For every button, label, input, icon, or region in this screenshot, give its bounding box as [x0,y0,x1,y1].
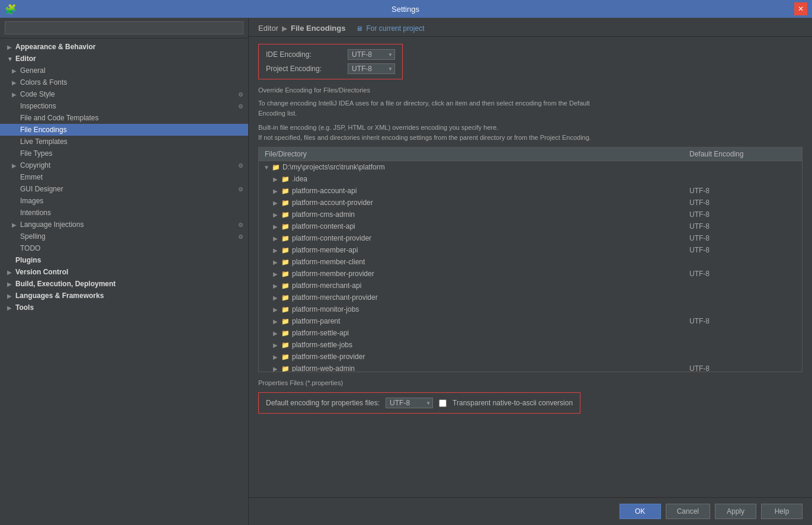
sidebar-item-label: General [20,66,46,75]
arrow-icon: ▶ [12,222,18,228]
project-encoding-label: Project Encoding: [266,65,343,73]
table-row[interactable]: ▶📁platform-monitor-jobs [259,303,802,315]
row-arrow-icon: ▶ [273,188,279,194]
sidebar-item-images[interactable]: Images [0,195,248,207]
table-row[interactable]: ▶📁platform-account-providerUTF-8 [259,197,802,209]
table-row[interactable]: ▶📁platform-member-providerUTF-8 [259,268,802,280]
sidebar-item-inspections[interactable]: Inspections⚙ [0,100,248,112]
sidebar-item-label: File Types [20,149,52,158]
project-encoding-select[interactable]: UTF-8 [348,63,395,74]
file-name-label: platform-member-client [292,258,365,266]
sidebar-item-label: Inspections [20,102,56,110]
row-arrow-icon: ▶ [273,318,279,325]
table-row[interactable]: ▶📁platform-member-client [259,256,802,268]
row-arrow-icon: ▶ [273,366,279,372]
table-row[interactable]: ▶📁platform-merchant-provider [259,292,802,303]
transparent-checkbox[interactable] [439,399,447,407]
sidebar-item-lang-injections[interactable]: ▶Language Injections⚙ [0,219,248,231]
table-row[interactable]: ▶📁platform-settle-provider [259,351,802,363]
arrow-icon: ▶ [7,305,13,311]
cancel-button[interactable]: Cancel [666,504,710,519]
search-input[interactable] [5,21,243,34]
ide-encoding-select[interactable]: UTF-8 [348,49,395,60]
sidebar-item-label: Colors & Fonts [20,78,67,87]
sidebar-item-label: File Encodings [20,126,67,134]
ide-encoding-row: IDE Encoding: UTF-8 [266,49,395,60]
sidebar-item-file-encodings[interactable]: File Encodings [0,124,248,136]
sidebar-item-label: Copyright [20,161,50,169]
arrow-icon: ▶ [12,68,18,74]
sidebar-item-file-code-templates[interactable]: File and Code Templates [0,112,248,124]
arrow-icon: ▶ [7,293,13,299]
table-row[interactable]: ▶📁platform-settle-jobs [259,339,802,351]
file-name-label: platform-parent [292,317,340,325]
sidebar-item-emmet[interactable]: Emmet [0,171,248,183]
row-arrow-icon: ▶ [273,176,279,183]
row-arrow-icon: ▶ [273,330,279,337]
sidebar-item-intentions[interactable]: Intentions [0,207,248,219]
row-arrow-icon: ▼ [264,164,269,171]
sidebar-item-languages[interactable]: ▶Languages & Frameworks [0,290,248,302]
row-arrow-icon: ▶ [273,200,279,206]
sidebar-item-version-control[interactable]: ▶Version Control [0,266,248,278]
apply-button[interactable]: Apply [715,504,756,519]
close-button[interactable]: ✕ [794,2,807,15]
file-name-label: platform-cms-admin [292,210,355,219]
sidebar-item-editor[interactable]: ▼Editor [0,53,248,65]
desc-text-2: Built-in file encoding (e.g. JSP, HTML o… [258,123,803,142]
row-arrow-icon: ▶ [273,223,279,230]
sidebar-item-appearance[interactable]: ▶Appearance & Behavior [0,41,248,53]
sidebar-item-label: Intentions [20,209,51,217]
sidebar-item-general[interactable]: ▶General [0,65,248,76]
encoding-box: IDE Encoding: UTF-8 Project Encoding: UT… [258,44,403,79]
sidebar-item-plugins[interactable]: Plugins [0,254,248,266]
folder-icon: 📁 [281,258,290,266]
sidebar-item-code-style[interactable]: ▶Code Style⚙ [0,88,248,100]
sidebar-item-live-templates[interactable]: Live Templates [0,136,248,148]
table-row[interactable]: ▼📁D:\my\projects\src\trunk\platform [259,161,802,173]
folder-icon: 📁 [281,341,290,349]
sidebar-item-label: Code Style [20,90,55,98]
props-encoding-select[interactable]: UTF-8 [386,398,433,408]
ok-button[interactable]: OK [620,504,661,519]
file-encoding-label [683,332,802,334]
table-row[interactable]: ▶📁platform-web-adminUTF-8 [259,363,802,372]
sidebar-item-copyright[interactable]: ▶Copyright⚙ [0,159,248,171]
help-button[interactable]: Help [761,504,803,519]
content-panel: Editor ▶ File Encodings 🖥 For current pr… [249,18,812,525]
col-default-encoding: Default Encoding [683,148,802,161]
sidebar-item-label: Languages & Frameworks [15,292,104,300]
sidebar-item-file-types[interactable]: File Types [0,148,248,159]
table-row[interactable]: ▶📁platform-settle-api [259,327,802,339]
folder-icon: 📁 [281,318,290,325]
row-arrow-icon: ▶ [273,342,279,348]
sidebar-item-todo[interactable]: TODO [0,242,248,254]
file-encoding-label [683,261,802,262]
sidebar-item-label: TODO [20,244,40,252]
table-row[interactable]: ▶📁platform-parentUTF-8 [259,315,802,327]
title-bar: 🧩 Settings ✕ [0,0,812,18]
table-row[interactable]: ▶📁platform-merchant-api [259,280,802,292]
file-name-label: platform-web-admin [292,364,355,372]
file-name-label: platform-member-api [292,246,358,254]
table-row[interactable]: ▶📁.idea [259,173,802,185]
sidebar-item-colors-fonts[interactable]: ▶Colors & Fonts [0,76,248,88]
table-row[interactable]: ▶📁platform-account-apiUTF-8 [259,185,802,197]
sidebar: ▶Appearance & Behavior▼Editor▶General▶Co… [0,18,249,525]
table-row[interactable]: ▶📁platform-content-providerUTF-8 [259,232,802,244]
table-row[interactable]: ▶📁platform-member-apiUTF-8 [259,244,802,256]
table-row[interactable]: ▶📁platform-cms-adminUTF-8 [259,209,802,220]
file-encoding-label: UTF-8 [683,186,802,196]
sidebar-item-label: GUI Designer [20,185,63,193]
folder-icon: 📁 [281,282,290,290]
folder-icon: 📁 [281,199,290,207]
sidebar-item-build-exec[interactable]: ▶Build, Execution, Deployment [0,278,248,290]
table-row[interactable]: ▶📁platform-content-apiUTF-8 [259,220,802,232]
sidebar-item-tools[interactable]: ▶Tools [0,302,248,313]
gear-icon: ⚙ [238,91,243,98]
file-name-label: platform-settle-jobs [292,341,352,349]
sidebar-item-gui-designer[interactable]: GUI Designer⚙ [0,183,248,195]
sidebar-item-spelling[interactable]: Spelling⚙ [0,231,248,242]
sidebar-item-label: File and Code Templates [20,114,99,122]
folder-icon: 📁 [281,270,290,278]
